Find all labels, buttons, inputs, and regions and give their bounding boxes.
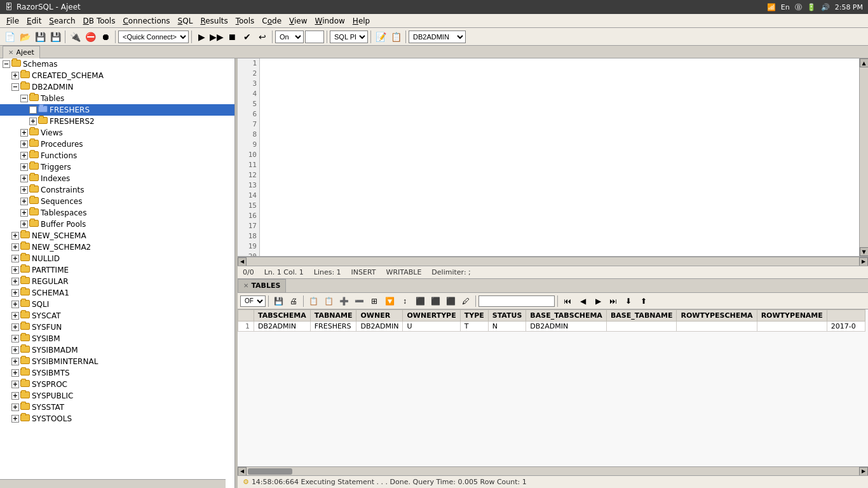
functions-toggle[interactable]: + <box>20 152 28 159</box>
results-table-wrap[interactable]: TABSCHEMA TABNAME OWNER OWNERTYPE TYPE S… <box>238 309 868 466</box>
col-tabname[interactable]: TABNAME <box>310 310 356 322</box>
tree-sysstat[interactable]: + SYSSTAT <box>0 402 234 413</box>
table-row[interactable]: 1 DB2ADMIN FRESHERS DB2ADMIN U T N DB2AD… <box>238 322 865 332</box>
new-schema2-toggle[interactable]: + <box>11 243 19 251</box>
results-hscroll[interactable]: ◀ ▶ <box>238 466 868 475</box>
created-schema-toggle[interactable]: + <box>11 72 19 79</box>
res-nav-next[interactable]: ▶ <box>591 295 605 308</box>
tree-tablespaces[interactable]: + Tablespaces <box>0 207 234 219</box>
tree-new-schema2[interactable]: + NEW_SCHEMA2 <box>0 241 234 253</box>
indexes-toggle[interactable]: + <box>20 175 28 182</box>
record-btn[interactable]: ⏺ <box>98 30 112 44</box>
stop-btn[interactable]: ⏹ <box>225 30 239 44</box>
col-ownertype[interactable]: OWNERTYPE <box>403 310 460 322</box>
procedures-toggle[interactable]: + <box>20 140 28 148</box>
rollback-btn[interactable]: ↩ <box>255 30 269 44</box>
parttime-toggle[interactable]: + <box>11 266 19 274</box>
save-as-btn[interactable]: 💾 <box>48 30 62 44</box>
menu-connections[interactable]: Connections <box>119 15 173 27</box>
sysstat-toggle[interactable]: + <box>11 403 19 411</box>
systools-toggle[interactable]: + <box>11 415 19 423</box>
tree-parttime[interactable]: + PARTTIME <box>0 264 234 276</box>
res-ins-btn[interactable]: ➕ <box>337 295 351 308</box>
tree-indexes[interactable]: + Indexes <box>0 173 234 184</box>
col-rowtypename[interactable]: ROWTYPENAME <box>757 310 827 322</box>
sql-pl-select[interactable]: SQL PL <box>330 30 368 43</box>
tree-systools[interactable]: + SYSTOOLS <box>0 413 234 424</box>
editor-btn[interactable]: 📝 <box>374 30 388 44</box>
tree-sqli[interactable]: + SQLI <box>0 299 234 310</box>
tree-new-schema[interactable]: + NEW_SCHEMA <box>0 230 234 241</box>
new-schema-toggle[interactable]: + <box>11 232 19 240</box>
save-btn[interactable]: 💾 <box>33 30 47 44</box>
sysibmts-toggle[interactable]: + <box>11 369 19 377</box>
res-dup-btn[interactable]: ⊞ <box>367 295 381 308</box>
connect-btn[interactable]: 🔌 <box>68 30 82 44</box>
sql-editor[interactable] <box>260 58 859 256</box>
sequences-toggle[interactable]: + <box>20 198 28 205</box>
menu-help[interactable]: Help <box>349 15 374 27</box>
tree-sysfun[interactable]: + SYSFUN <box>0 322 234 333</box>
col-type[interactable]: TYPE <box>460 310 488 322</box>
tree-constraints[interactable]: + Constraints <box>0 184 234 196</box>
res-copy-btn[interactable]: 📋 <box>306 295 320 308</box>
tablespaces-toggle[interactable]: + <box>20 209 28 217</box>
views-toggle[interactable]: + <box>20 129 28 137</box>
col-date[interactable] <box>827 310 865 322</box>
sysfun-toggle[interactable]: + <box>11 323 19 331</box>
sysibminternal-toggle[interactable]: + <box>11 358 19 365</box>
run-btn[interactable]: ▶ <box>194 30 208 44</box>
triggers-toggle[interactable]: + <box>20 163 28 171</box>
tree-procedures[interactable]: + Procedures <box>0 139 234 150</box>
tree-tables[interactable]: − Tables <box>0 93 234 104</box>
vscroll-down[interactable]: ▼ <box>860 247 869 256</box>
disconnect-btn[interactable]: ⛔ <box>83 30 97 44</box>
sysibmadm-toggle[interactable]: + <box>11 346 19 354</box>
run-all-btn[interactable]: ▶▶ <box>210 30 224 44</box>
connection-tab[interactable]: ✕ Ajeet <box>3 46 40 58</box>
tables-toggle[interactable]: − <box>20 95 28 102</box>
res-exp-btn[interactable]: ⬛ <box>444 295 458 308</box>
col-status[interactable]: STATUS <box>488 310 526 322</box>
menu-search[interactable]: Search <box>45 15 79 27</box>
menu-code[interactable]: Code <box>258 15 285 27</box>
buffer-pools-toggle[interactable]: + <box>20 220 28 228</box>
new-file-btn[interactable]: 📄 <box>3 30 17 44</box>
results-hscroll-left[interactable]: ◀ <box>238 467 247 476</box>
quick-connect-select[interactable]: <Quick Connect> <box>118 30 189 43</box>
results-mode-select[interactable]: OFF ON <box>240 295 266 307</box>
res-down-btn[interactable]: ⬇ <box>621 295 635 308</box>
constraints-toggle[interactable]: + <box>20 186 28 194</box>
sysibm-toggle[interactable]: + <box>11 335 19 342</box>
res-row-btn[interactable]: ⬛ <box>428 295 442 308</box>
tree-sysibmts[interactable]: + SYSIBMTS <box>0 367 234 379</box>
editor-content[interactable] <box>260 58 859 256</box>
schemas-toggle[interactable]: − <box>3 60 10 68</box>
menu-file[interactable]: File <box>3 15 23 27</box>
res-search-input[interactable] <box>478 295 555 307</box>
vscroll-up[interactable]: ▲ <box>860 58 869 67</box>
menu-window[interactable]: Window <box>311 15 349 27</box>
tree-sysibminternal[interactable]: + SYSIBMINTERNAL <box>0 356 234 367</box>
syscat-toggle[interactable]: + <box>11 312 19 320</box>
res-nav-last[interactable]: ⏭ <box>606 295 620 308</box>
res-up-btn[interactable]: ⬆ <box>637 295 651 308</box>
tab-close-x[interactable]: ✕ <box>8 49 13 56</box>
menu-sql[interactable]: SQL <box>174 15 197 27</box>
tree-freshers2[interactable]: + FRESHERS2 <box>0 116 234 127</box>
editor-vscroll[interactable]: ▲ ▼ <box>859 58 868 256</box>
sysproc-toggle[interactable]: + <box>11 381 19 388</box>
tree-regular[interactable]: + REGULAR <box>0 276 234 287</box>
sidebar-hscroll[interactable] <box>0 479 226 488</box>
nullid-toggle[interactable]: + <box>11 255 19 262</box>
res-col-btn[interactable]: ⬛ <box>413 295 427 308</box>
hscroll-right[interactable]: ▶ <box>859 257 868 266</box>
tree-sysibmadm[interactable]: + SYSIBMADM <box>0 344 234 356</box>
editor-hscroll[interactable]: ◀ ▶ <box>238 257 868 266</box>
db2admin-toggle[interactable]: − <box>11 83 19 91</box>
schema-select[interactable]: DB2ADMIN <box>409 30 466 43</box>
regular-toggle[interactable]: + <box>11 278 19 285</box>
res-sort-btn[interactable]: ↕ <box>398 295 412 308</box>
tree-freshers[interactable]: + FRESHERS <box>0 104 234 116</box>
res-copy2-btn[interactable]: 📋 <box>322 295 336 308</box>
